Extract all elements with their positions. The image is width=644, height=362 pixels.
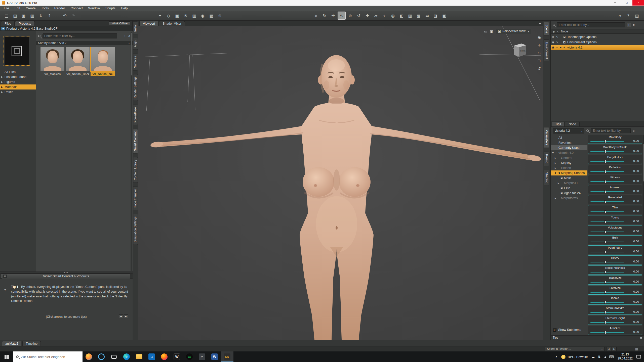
slider-track[interactable]	[590, 252, 624, 252]
view-cube-face-label[interactable]: Front	[520, 50, 526, 52]
visibility-icon[interactable]: ◉	[552, 46, 556, 49]
taskbar-app[interactable]	[133, 351, 145, 362]
parameter-slider[interactable]: Thin 0.00	[588, 205, 642, 214]
pane-menu-icon[interactable]: ≡	[633, 23, 635, 27]
slider-value[interactable]: 0.00	[633, 330, 639, 333]
visibility-icon[interactable]: ◉	[552, 35, 556, 38]
slider-handle[interactable]	[605, 190, 606, 193]
view-cube[interactable]: Front	[510, 40, 529, 59]
import-icon[interactable]: ⇓	[37, 12, 45, 20]
surface-selection-tool-icon[interactable]: ◨	[432, 12, 440, 20]
scrollbar[interactable]	[642, 135, 644, 335]
next-lesson-icon[interactable]: ▶	[612, 347, 617, 351]
slider-track[interactable]	[590, 282, 624, 283]
slider-value[interactable]: 0.00	[633, 190, 639, 193]
slider-handle[interactable]	[605, 210, 606, 213]
parameter-slider[interactable]: SternumWidth 0.00	[588, 306, 642, 315]
splitter-handle[interactable]: ●●●	[0, 272, 133, 274]
help-icon[interactable]: ?	[624, 12, 632, 20]
rotate-tool-icon[interactable]: ↺	[355, 12, 363, 20]
translate-tool-icon[interactable]: ✚	[363, 12, 371, 20]
spot-render-tool-icon[interactable]: ▣	[440, 12, 448, 20]
aspect-frame-icon[interactable]: ▭	[484, 29, 487, 33]
filter-input[interactable]	[43, 33, 117, 38]
slider-handle[interactable]	[605, 281, 606, 284]
maximize-button[interactable]: □	[621, 0, 632, 6]
expand-arrow-icon[interactable]: ▶	[555, 167, 557, 169]
scale-tool-icon[interactable]: ▱	[372, 12, 380, 20]
create-light-icon[interactable]: ☀	[182, 12, 190, 20]
slider-track[interactable]	[590, 262, 624, 262]
pointer-icon[interactable]: ↖	[556, 46, 560, 49]
parameter-group[interactable]: Currently Used	[551, 145, 587, 150]
parameter-slider[interactable]: BodyBuilder 0.00	[588, 155, 642, 164]
slider-handle[interactable]	[605, 160, 606, 163]
taskbar-app[interactable]: DS	[221, 351, 233, 362]
parameter-slider[interactable]: Inhale 0.00	[588, 296, 642, 305]
parameter-slider[interactable]: MaleBody NoScale 0.00	[588, 145, 642, 154]
expand-arrow-icon[interactable]: ▼	[555, 172, 557, 174]
taskbar-app[interactable]: e	[120, 351, 133, 362]
orbit-tool-icon[interactable]: ◉	[538, 35, 541, 40]
reset-view-icon[interactable]: ↺	[538, 66, 541, 71]
menu-item[interactable]: Edit	[12, 6, 23, 11]
menu-item[interactable]: Help	[118, 6, 131, 11]
slider-value[interactable]: 0.00	[633, 260, 639, 263]
taskbar-app[interactable]: W	[171, 351, 183, 362]
pane-tab[interactable]: Products	[15, 21, 34, 26]
slider-track[interactable]	[590, 302, 624, 303]
product-item[interactable]: !All_Mapless	[40, 47, 65, 76]
slider-handle[interactable]	[605, 150, 606, 153]
dock-tab[interactable]: PowerPose	[133, 105, 138, 125]
category-item[interactable]: ▶ Materials	[0, 84, 36, 89]
slider-track[interactable]	[590, 292, 624, 293]
orbit-view-icon[interactable]: ↻	[320, 12, 329, 20]
pane-tab[interactable]: Viewport	[139, 21, 158, 26]
slider-value[interactable]: 0.00	[633, 220, 639, 223]
parameter-slider[interactable]: NeckThickness 0.00	[588, 265, 642, 275]
slider-track[interactable]	[590, 232, 624, 232]
taskbar-clock[interactable]: 21:13 29.04.2022	[618, 353, 633, 360]
slider-track[interactable]	[590, 211, 624, 212]
taskbar-app[interactable]	[196, 351, 208, 362]
dock-tab[interactable]: Parameters	[544, 127, 549, 148]
dformer-tool-icon[interactable]: ◎	[389, 12, 397, 20]
viewport-canvas[interactable]: ▭▣ ▣ Perspective View Front ◉✛⊙⊡↺	[138, 26, 543, 340]
checkbox-checked-icon[interactable]: ✔	[553, 328, 556, 332]
slider-value[interactable]: 0.00	[633, 320, 639, 323]
hidden-icons-chevron[interactable]: ∧	[555, 355, 557, 358]
close-button[interactable]: ×	[632, 0, 644, 6]
export-icon[interactable]: ⇑	[45, 12, 53, 20]
lesson-selector[interactable]: Select a Lesson...	[545, 347, 605, 351]
parameter-slider[interactable]: Heavy 0.00	[588, 255, 642, 264]
work-offline-button[interactable]: Work Offline	[109, 21, 130, 25]
dock-tab[interactable]: Render Settings	[133, 74, 138, 101]
parameter-slider[interactable]: Emaciated 0.00	[588, 195, 642, 204]
parameter-group[interactable]: ▶ General	[551, 155, 587, 160]
pane-menu-icon[interactable]: ≡	[539, 22, 541, 25]
taskbar-search[interactable]	[13, 351, 83, 362]
expand-arrow-icon[interactable]: ▶	[1, 76, 5, 78]
product-item[interactable]: !All_Natural_NG	[91, 47, 115, 76]
slider-value[interactable]: 0.00	[633, 139, 639, 142]
parameter-group[interactable]: ▶ Display	[551, 160, 587, 165]
create-primitive-icon[interactable]: ▦	[190, 12, 198, 20]
parameter-slider[interactable]: Amazon 0.00	[588, 185, 642, 194]
slider-value[interactable]: 0.00	[633, 210, 639, 213]
dock-tab[interactable]: Content Library	[133, 157, 138, 183]
parameter-group[interactable]: ▣ Male	[551, 175, 587, 180]
parameter-group[interactable]: ▼ ◨ Morphs | Shapes	[551, 170, 587, 175]
dock-tab[interactable]: Shaping	[544, 170, 549, 186]
slider-value[interactable]: 0.00	[633, 240, 639, 243]
slider-handle[interactable]	[605, 140, 606, 143]
parameter-slider[interactable]: MaleBody 0.00	[588, 135, 642, 144]
slider-track[interactable]	[590, 191, 624, 192]
pointer-icon[interactable]: ↖	[556, 41, 560, 43]
parameter-slider[interactable]: LatsSize 0.00	[588, 286, 642, 295]
create-figure-icon[interactable]: ✦	[156, 12, 164, 20]
product-thumbnail[interactable]	[4, 36, 30, 66]
create-instance-icon[interactable]: ⊕	[216, 12, 224, 20]
slider-handle[interactable]	[605, 220, 606, 223]
taskbar-app[interactable]	[95, 351, 108, 362]
slider-value[interactable]: 0.00	[633, 179, 639, 183]
